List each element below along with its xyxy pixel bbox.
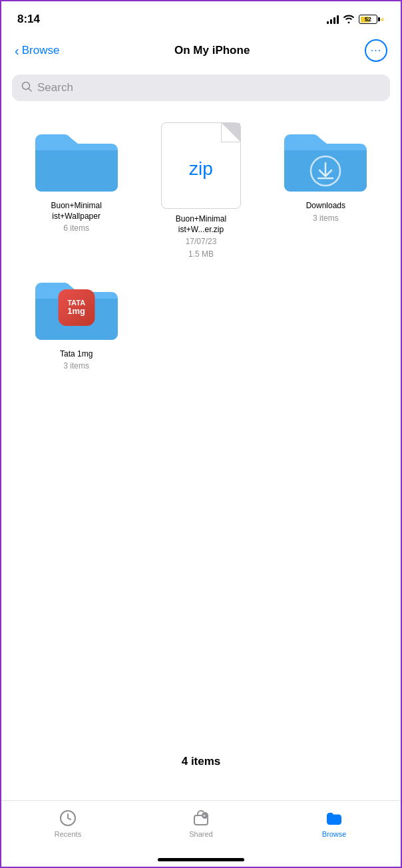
recents-icon (59, 809, 77, 827)
battery-icon: 52 ⚡ (359, 15, 385, 24)
home-indicator (158, 858, 244, 861)
tab-shared[interactable]: + Shared (174, 809, 228, 838)
file-name-zip: Buon+Minimalist+W...er.zip (176, 214, 226, 235)
file-meta-zip-date: 17/07/23 (186, 236, 217, 247)
file-name-downloads: Downloads (306, 201, 345, 212)
status-time: 8:14 (17, 13, 40, 26)
more-options-button[interactable]: ··· (365, 39, 387, 62)
file-name-tata: Tata 1mg (60, 349, 93, 360)
folder-downloads-icon (279, 122, 372, 196)
file-meta-downloads: 3 items (313, 213, 339, 224)
svg-text:+: + (203, 813, 206, 818)
file-grid: Buon+Minimalist+Wallpaper 6 items zip Bu… (1, 112, 401, 271)
folder-tata-icon: TATA 1mg (30, 271, 123, 344)
tab-recents[interactable]: Recents (41, 809, 95, 838)
file-grid-row2: TATA 1mg Tata 1mg 3 items (1, 271, 401, 372)
search-placeholder: Search (37, 81, 73, 94)
status-icons: 52 ⚡ (327, 14, 385, 25)
back-chevron-icon: ‹ (15, 44, 19, 57)
back-button[interactable]: ‹ Browse (15, 44, 59, 57)
search-container: Search (1, 69, 401, 112)
file-meta-zip-size: 1.5 MB (188, 249, 214, 260)
tata-app-icon: TATA 1mg (58, 289, 95, 326)
tab-browse[interactable]: Browse (307, 809, 361, 838)
back-label: Browse (22, 44, 60, 57)
file-item-downloads[interactable]: Downloads 3 items (267, 122, 385, 260)
search-bar[interactable]: Search (12, 74, 390, 101)
tab-label-shared: Shared (189, 830, 212, 838)
zip-file-icon: zip (161, 122, 241, 209)
file-meta-tata: 3 items (63, 361, 89, 372)
svg-line-2 (29, 88, 31, 91)
file-meta-wallpaper: 6 items (63, 223, 89, 234)
more-dots-icon: ··· (371, 45, 381, 56)
file-item-zip[interactable]: zip Buon+Minimalist+W...er.zip 17/07/23 … (142, 122, 260, 260)
tab-label-recents: Recents (55, 830, 81, 838)
nav-bar: ‹ Browse On My iPhone ··· (1, 35, 401, 69)
file-item-wallpaper[interactable]: Buon+Minimalist+Wallpaper 6 items (17, 122, 135, 260)
file-item-tata[interactable]: TATA 1mg Tata 1mg 3 items (17, 271, 135, 372)
shared-icon: + (192, 809, 210, 827)
tab-bar: Recents + Shared Browse (1, 800, 401, 867)
wifi-icon (343, 14, 355, 25)
folder-wallpaper-icon (30, 122, 123, 196)
search-icon (21, 81, 32, 94)
browse-icon (325, 809, 343, 827)
zip-text: zip (189, 158, 213, 180)
nav-title: On My iPhone (174, 44, 250, 57)
signal-bars-icon (327, 15, 339, 24)
items-count: 4 items (182, 755, 221, 768)
status-bar: 8:14 52 ⚡ (1, 1, 401, 35)
svg-text:⚡: ⚡ (379, 17, 385, 21)
file-name-wallpaper: Buon+Minimalist+Wallpaper (51, 201, 101, 221)
tab-label-browse: Browse (322, 830, 347, 838)
